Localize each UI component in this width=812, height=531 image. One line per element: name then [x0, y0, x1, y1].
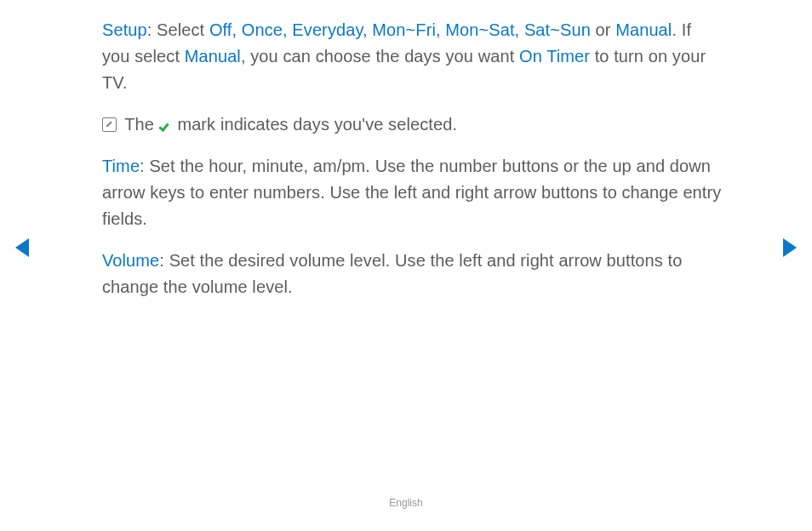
setup-label: Setup — [102, 20, 147, 39]
setup-manual: Manual — [615, 20, 672, 39]
nav-prev-arrow[interactable] — [15, 238, 29, 257]
note-icon — [102, 117, 117, 132]
time-paragraph: Time: Set the hour, minute, am/pm. Use t… — [102, 153, 723, 239]
setup-manual2: Manual — [185, 47, 241, 66]
setup-options: Off, Once, Everyday, Mon~Fri, Mon~Sat, S… — [209, 20, 591, 39]
note-paragraph: The mark indicates days you've selected. — [102, 111, 723, 145]
manual-page-content: Setup: Select Off, Once, Everyday, Mon~F… — [102, 17, 723, 316]
time-text: : Set the hour, minute, am/pm. Use the n… — [102, 157, 721, 228]
volume-paragraph: Volume: Set the desired volume level. Us… — [102, 248, 723, 307]
time-label: Time — [102, 157, 140, 175]
setup-ontimer: On Timer — [519, 47, 590, 66]
check-icon — [159, 121, 173, 131]
note-post: mark indicates days you've selected. — [173, 115, 457, 134]
setup-or: or — [591, 20, 615, 39]
setup-period: . — [672, 20, 677, 39]
nav-next-arrow[interactable] — [783, 238, 797, 257]
setup-lead: : Select — [147, 20, 209, 39]
volume-label: Volume — [102, 251, 159, 270]
setup-line2b: , you can choose the days you want — [241, 47, 519, 66]
volume-text: : Set the desired volume level. Use the … — [102, 251, 682, 296]
footer-language: English — [0, 497, 812, 509]
note-pre: The — [120, 115, 159, 134]
setup-paragraph: Setup: Select Off, Once, Everyday, Mon~F… — [102, 17, 723, 103]
